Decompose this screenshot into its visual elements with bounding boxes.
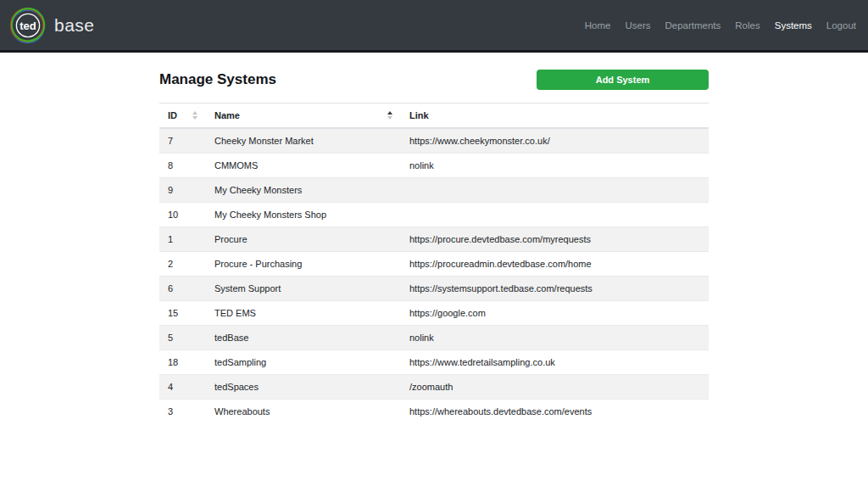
table-row: 15 TED EMS https://google.com (159, 301, 709, 326)
table-row: 4 tedSpaces /zoomauth (159, 375, 709, 400)
cell-id: 2 (159, 252, 206, 277)
cell-id: 5 (159, 326, 206, 350)
nav-link-home[interactable]: Home (585, 20, 611, 31)
table-row: 6 System Support https://systemsupport.t… (159, 277, 709, 301)
cell-link: nolink (401, 154, 709, 178)
cell-id: 18 (159, 350, 206, 375)
cell-name: TED EMS (206, 301, 401, 326)
cell-name: My Cheeky Monsters Shop (206, 203, 401, 227)
table-row: 9 My Cheeky Monsters (159, 178, 709, 203)
cell-id: 10 (159, 203, 206, 227)
cell-name: tedSampling (206, 350, 401, 375)
sort-icon-id (192, 111, 198, 120)
cell-id: 15 (159, 301, 206, 326)
column-label-link: Link (409, 110, 429, 120)
cell-id: 9 (159, 178, 206, 203)
cell-name: Whereabouts (206, 400, 401, 424)
column-header-name[interactable]: Name (206, 103, 401, 129)
column-header-id[interactable]: ID (159, 103, 206, 129)
cell-name: Procure - Purchasing (206, 252, 401, 277)
cell-link (401, 203, 709, 227)
nav-link-users[interactable]: Users (625, 20, 650, 31)
cell-id: 1 (159, 227, 206, 252)
column-label-id: ID (168, 110, 177, 120)
cell-name: Cheeky Monster Market (206, 128, 401, 154)
table-header-row: ID Name Link (159, 103, 709, 129)
cell-link: https://google.com (401, 301, 709, 326)
ted-logo-icon: ted (8, 6, 47, 45)
nav-link-systems[interactable]: Systems (775, 20, 812, 31)
table-row: 7 Cheeky Monster Market https://www.chee… (159, 128, 709, 154)
cell-link: nolink (401, 326, 709, 350)
cell-name: CMMOMS (206, 154, 401, 178)
cell-name: tedBase (206, 326, 401, 350)
table-row: 18 tedSampling https://www.tedretailsamp… (159, 350, 709, 375)
table-row: 10 My Cheeky Monsters Shop (159, 203, 709, 227)
table-row: 5 tedBase nolink (159, 326, 709, 350)
cell-id: 8 (159, 154, 206, 178)
cell-link: https://systemsupport.tedbase.com/reques… (401, 277, 709, 301)
table-row: 3 Whereabouts https://whereabouts.devted… (159, 400, 709, 424)
column-label-name: Name (214, 110, 240, 120)
cell-link (401, 178, 709, 203)
nav-links: HomeUsersDepartmentsRolesSystemsLogout (585, 20, 856, 31)
page-header: Manage Systems Add System (159, 70, 709, 90)
cell-link: https://procure.devtedbase.com/myrequest… (401, 227, 709, 252)
nav-link-departments[interactable]: Departments (665, 20, 721, 31)
cell-link: https://procureadmin.devtedbase.com/home (401, 252, 709, 277)
cell-link: https://www.cheekymonster.co.uk/ (401, 128, 709, 154)
cell-link: https://www.tedretailsampling.co.uk (401, 350, 709, 375)
svg-text:ted: ted (19, 19, 36, 31)
main-content: Manage Systems Add System ID Name (159, 70, 709, 423)
nav-link-logout[interactable]: Logout (826, 20, 856, 31)
cell-link: /zoomauth (401, 375, 709, 400)
cell-id: 4 (159, 375, 206, 400)
cell-id: 7 (159, 128, 206, 154)
systems-table: ID Name Link (159, 103, 709, 423)
sort-asc-icon-name (387, 111, 392, 120)
cell-id: 6 (159, 277, 206, 301)
cell-link: https://whereabouts.devtedbase.com/event… (401, 400, 709, 424)
cell-name: My Cheeky Monsters (206, 178, 401, 203)
brand-logo[interactable]: ted base (8, 6, 95, 45)
navbar: ted base HomeUsersDepartmentsRolesSystem… (0, 0, 868, 53)
brand-text: base (54, 15, 95, 36)
add-system-button[interactable]: Add System (537, 70, 709, 90)
cell-name: tedSpaces (206, 375, 401, 400)
page-title: Manage Systems (159, 71, 276, 88)
table-row: 8 CMMOMS nolink (159, 154, 709, 178)
column-header-link: Link (401, 103, 709, 129)
table-row: 1 Procure https://procure.devtedbase.com… (159, 227, 709, 252)
nav-link-roles[interactable]: Roles (735, 20, 760, 31)
cell-name: Procure (206, 227, 401, 252)
cell-name: System Support (206, 277, 401, 301)
table-row: 2 Procure - Purchasing https://procuread… (159, 252, 709, 277)
cell-id: 3 (159, 400, 206, 424)
